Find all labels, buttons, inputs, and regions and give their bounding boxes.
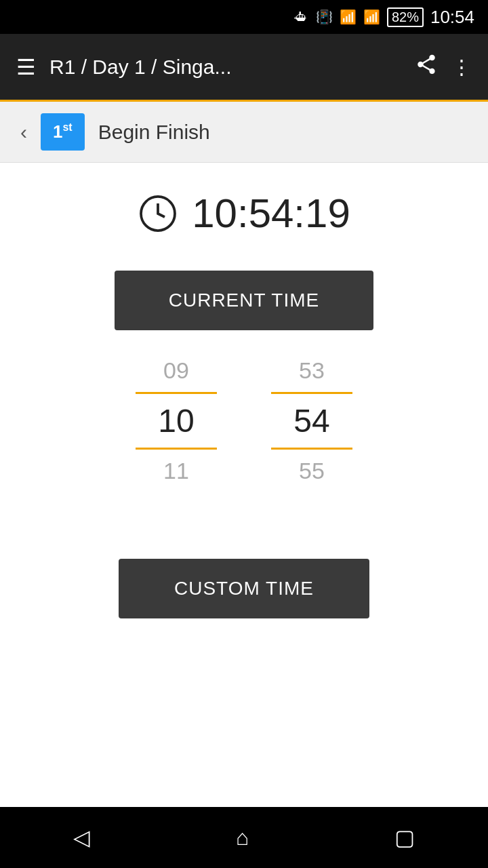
hours-line-bottom <box>136 448 217 450</box>
time-picker: 09 10 11 53 54 55 <box>136 357 352 484</box>
status-bar: ⛴ 📳 📶 📶 82% 10:54 <box>0 0 488 34</box>
minutes-above: 53 <box>299 357 325 384</box>
minutes-below: 55 <box>299 458 325 484</box>
battery-indicator: 82% <box>387 7 424 27</box>
nav-bar: ◁ ⌂ ▢ <box>0 807 488 868</box>
app-bar: ☰ R1 / Day 1 / Singa... ⋮ <box>0 34 488 102</box>
nav-home-button[interactable]: ⌂ <box>236 825 249 850</box>
nav-back-button[interactable]: ◁ <box>73 825 90 850</box>
sub-header: ‹ 1st Begin Finish <box>0 102 488 163</box>
vibrate-icon: 📳 <box>316 9 333 25</box>
hours-above: 09 <box>163 357 189 384</box>
custom-time-button[interactable]: CUSTOM TIME <box>119 559 369 618</box>
rank-badge: 1st <box>41 113 85 151</box>
share-icon[interactable] <box>415 53 438 81</box>
minutes-line-top <box>271 392 352 394</box>
nav-recents-button[interactable]: ▢ <box>394 825 415 850</box>
rank-suffix: st <box>62 121 72 134</box>
minutes-picker[interactable]: 53 54 55 <box>271 357 352 484</box>
signal-icon: 📶 <box>363 9 380 25</box>
hours-below: 11 <box>163 458 189 484</box>
status-time: 10:54 <box>430 7 474 28</box>
minutes-selected: 54 <box>293 402 329 439</box>
current-time-button[interactable]: CURRENT TIME <box>115 271 374 330</box>
current-time-display: 10:54:19 <box>192 190 350 237</box>
clock-row: 10:54:19 <box>138 190 350 237</box>
hamburger-menu[interactable]: ☰ <box>16 54 36 80</box>
rank-number: 1 <box>53 121 62 142</box>
hours-selected: 10 <box>158 402 194 439</box>
back-button[interactable]: ‹ <box>20 121 27 144</box>
wifi-icon: 📶 <box>340 9 357 25</box>
sub-header-label: Begin Finish <box>98 121 210 144</box>
status-icons: 📳 📶 📶 82% 10:54 <box>316 7 474 28</box>
ship-icon: ⛴ <box>294 9 308 25</box>
clock-icon <box>138 193 178 234</box>
hours-line-top <box>136 392 217 394</box>
main-content: 10:54:19 CURRENT TIME 09 10 11 53 54 55 … <box>0 163 488 646</box>
more-options-icon[interactable]: ⋮ <box>451 55 472 79</box>
app-bar-title: R1 / Day 1 / Singa... <box>49 56 401 79</box>
minutes-line-bottom <box>271 448 352 450</box>
hours-picker[interactable]: 09 10 11 <box>136 357 217 484</box>
